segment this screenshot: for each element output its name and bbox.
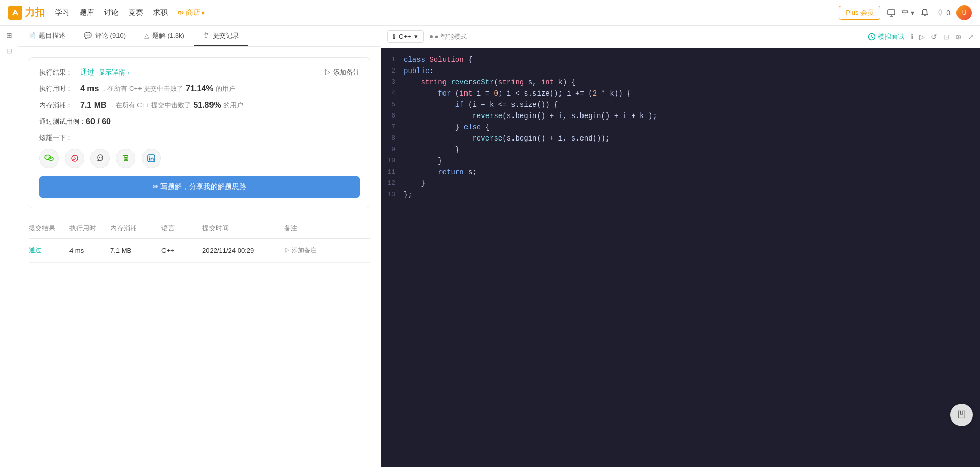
svg-point-11 — [149, 157, 150, 158]
run-icon[interactable]: ▷ — [919, 33, 925, 41]
svg-point-3 — [48, 157, 49, 158]
nav-learn[interactable]: 学习 — [55, 8, 69, 17]
expand-icon[interactable]: ⤢ — [968, 33, 974, 41]
code-content: } else { — [404, 122, 489, 133]
row-status[interactable]: 通过 — [29, 246, 69, 255]
code-line: 12 } — [381, 178, 980, 189]
show-detail-link[interactable]: 显示详情 › — [99, 68, 129, 77]
nav-links: 学习 题库 讨论 竞赛 求职 🛍 商店 ▾ — [55, 8, 205, 17]
right-panel: ℹ C++ ▾ ● 智能模式 模拟面试 ℹ ▷ ↺ ⊟ ⊕ ⤢ — [381, 26, 980, 467]
tab-comments[interactable]: 💬 评论 (910) — [75, 26, 135, 46]
reset-icon[interactable]: ↺ — [931, 33, 937, 41]
code-line: 8 reverse(s.begin() + i, s.end()); — [381, 133, 980, 144]
code-line: 3 string reverseStr(string s, int k) { — [381, 77, 980, 88]
line-number: 1 — [385, 54, 404, 65]
svg-point-7 — [99, 157, 100, 158]
test-value: 60 / 60 — [86, 117, 111, 126]
time-value: 4 ms — [80, 84, 99, 94]
problem-tabs: 📄 题目描述 💬 评论 (910) △ 题解 (1.3k) ⏱ 提交记录 — [18, 26, 381, 47]
nav-jobs[interactable]: 求职 — [153, 8, 168, 17]
time-label: 执行用时： — [39, 84, 80, 94]
editor-toolbar: ℹ C++ ▾ ● 智能模式 模拟面试 ℹ ▷ ↺ ⊟ ⊕ ⤢ — [381, 26, 980, 48]
tab-description[interactable]: 📄 题目描述 — [18, 26, 75, 46]
write-solution-button[interactable]: ✏ 写题解，分享我的解题思路 — [39, 176, 360, 198]
svg-point-5 — [50, 158, 50, 159]
top-nav: 力扣 学习 题库 讨论 竞赛 求职 🛍 商店 ▾ Plus 会员 中 ▾ 0 U — [0, 0, 980, 26]
notification-bell[interactable] — [920, 8, 929, 17]
mock-interview-btn[interactable]: 模拟面试 — [868, 32, 904, 41]
code-content: if (i + k <= s.size()) { — [404, 99, 558, 110]
code-content: } — [404, 155, 442, 167]
left-sidebar: ⊞ ⊟ — [0, 26, 18, 467]
settings-icon[interactable]: ⊕ — [955, 33, 962, 41]
result-status: 通过 — [80, 68, 95, 77]
code-line: 4 for (int i = 0; i < s.size(); i += (2 … — [381, 88, 980, 99]
nav-contest[interactable]: 竞赛 — [129, 8, 143, 17]
code-line: 9 } — [381, 144, 980, 155]
line-number: 3 — [385, 77, 404, 88]
svg-rect-0 — [888, 10, 895, 15]
svg-rect-12 — [149, 158, 150, 161]
col-lang: 语言 — [161, 224, 202, 233]
time-stat: ，在所有 C++ 提交中击败了 — [101, 84, 183, 94]
solutions-icon: △ — [144, 32, 149, 39]
minus-icon[interactable]: ⊟ — [943, 33, 949, 41]
test-label: 通过测试用例： — [39, 117, 86, 126]
mem-row: 内存消耗： 7.1 MB ，在所有 C++ 提交中击败了 51.89% 的用户 — [39, 101, 360, 110]
mem-suffix: 的用户 — [223, 101, 243, 110]
table-header: 提交结果 执行用时 内存消耗 语言 提交时间 备注 — [29, 219, 370, 239]
code-line: 13}; — [381, 189, 980, 200]
nav-right: Plus 会员 中 ▾ 0 U — [839, 5, 972, 20]
lang-selector[interactable]: ℹ C++ ▾ — [387, 30, 424, 43]
tab-solutions[interactable]: △ 题解 (1.3k) — [135, 26, 194, 46]
user-avatar[interactable]: U — [956, 5, 972, 20]
exec-result-row: 执行结果： 通过 显示详情 › ▷ 添加备注 — [39, 68, 360, 77]
line-number: 4 — [385, 88, 404, 99]
col-status: 提交结果 — [29, 224, 69, 233]
share-wechat[interactable] — [39, 149, 59, 168]
sidebar-icon-2[interactable]: ⊟ — [4, 45, 15, 56]
fire-icon[interactable]: 0 — [936, 8, 950, 17]
svg-point-8 — [101, 157, 102, 158]
col-time: 执行用时 — [69, 224, 110, 233]
col-note: 备注 — [284, 224, 335, 233]
share-douban[interactable] — [116, 149, 135, 168]
add-note-btn[interactable]: ▷ 添加备注 — [324, 68, 360, 77]
line-number: 8 — [385, 133, 404, 144]
tab-submissions[interactable]: ⏱ 提交记录 — [194, 26, 248, 46]
mem-label: 内存消耗： — [39, 101, 80, 110]
mem-value: 7.1 MB — [80, 101, 107, 110]
nav-problems[interactable]: 题库 — [80, 8, 94, 17]
code-line: 6 reverse(s.begin() + i, s.begin() + i +… — [381, 110, 980, 122]
code-area[interactable]: 1class Solution {2public:3 string revers… — [381, 48, 980, 467]
line-number: 2 — [385, 65, 404, 77]
time-suffix: 的用户 — [216, 84, 236, 94]
exec-result-label: 执行结果： — [39, 68, 80, 77]
share-linkedin[interactable] — [142, 149, 161, 168]
code-line: 1class Solution { — [381, 54, 980, 65]
sidebar-icon-1[interactable]: ⊞ — [4, 30, 15, 41]
row-memory: 7.1 MB — [110, 247, 161, 254]
info-icon[interactable]: ℹ — [911, 33, 913, 41]
share-qq[interactable] — [90, 149, 110, 168]
nav-shop[interactable]: 🛍 商店 ▾ — [178, 8, 205, 17]
float-help-button[interactable]: 凹 — [950, 404, 973, 426]
logo[interactable]: 力扣 — [8, 6, 45, 20]
nav-discuss[interactable]: 讨论 — [104, 8, 119, 17]
code-content: string reverseStr(string s, int k) { — [404, 77, 575, 88]
result-card: 执行结果： 通过 显示详情 › ▷ 添加备注 执行用时： 4 ms ，在所有 C… — [29, 57, 370, 208]
plus-button[interactable]: Plus 会员 — [839, 6, 880, 20]
screen-icon[interactable] — [886, 8, 896, 17]
language-selector[interactable]: 中 ▾ — [902, 8, 914, 17]
row-time: 4 ms — [69, 247, 110, 254]
row-note[interactable]: ▷ 添加备注 — [284, 246, 335, 255]
share-weibo[interactable] — [65, 149, 84, 168]
col-memory: 内存消耗 — [110, 224, 161, 233]
submissions-content: 执行结果： 通过 显示详情 › ▷ 添加备注 执行用时： 4 ms ，在所有 C… — [18, 47, 381, 273]
smart-mode[interactable]: ● 智能模式 — [430, 32, 467, 41]
code-line: 7 } else { — [381, 122, 980, 133]
editor-right-tools: 模拟面试 ℹ ▷ ↺ ⊟ ⊕ ⤢ — [868, 32, 974, 41]
share-label: 炫耀一下： — [39, 133, 360, 143]
code-line: 11 return s; — [381, 167, 980, 178]
line-number: 11 — [385, 167, 404, 178]
